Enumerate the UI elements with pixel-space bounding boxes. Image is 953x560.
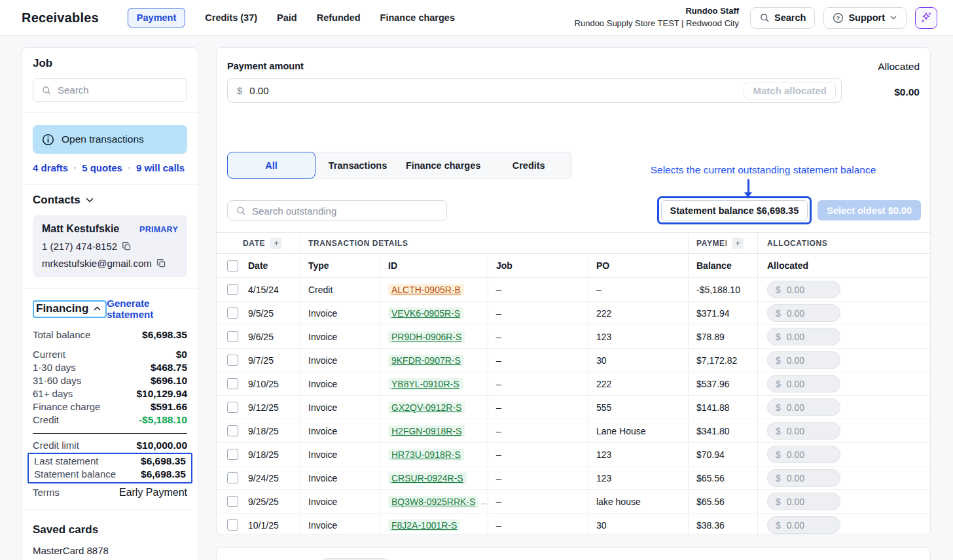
row-checkbox[interactable] <box>227 402 238 413</box>
cell-type: Invoice <box>300 514 380 535</box>
allocation-input[interactable]: $ 0.00 <box>767 351 840 369</box>
row-checkbox[interactable] <box>227 425 238 436</box>
row-checkbox[interactable] <box>227 378 238 389</box>
contacts-heading[interactable]: Contacts <box>33 194 187 207</box>
credit-to-add-input[interactable]: $ 0.00 <box>319 558 391 560</box>
match-allocated-button[interactable]: Match allocated <box>744 82 836 99</box>
cell-balance: $65.56 <box>689 490 758 513</box>
nav-tab-payment[interactable]: Payment <box>128 8 185 27</box>
allocation-input[interactable]: $ 0.00 <box>767 422 840 440</box>
payment-amount-value: 0.00 <box>249 85 268 96</box>
statement-balance-button[interactable]: Statement balance $6,698.35 <box>661 200 808 220</box>
allocation-input[interactable]: $ 0.00 <box>767 446 840 463</box>
nav-tabs: Payment Credits (37) Paid Refunded Finan… <box>128 8 575 27</box>
transaction-id-link[interactable]: HR73U-0918R-S <box>388 449 464 461</box>
copy-icon[interactable] <box>122 241 132 251</box>
nav-tab-refunded[interactable]: Refunded <box>317 12 361 23</box>
top-nav: Receivables Payment Credits (37) Paid Re… <box>0 0 953 36</box>
filter-tab-credits[interactable]: Credits <box>486 152 571 178</box>
financing-heading[interactable]: Financing <box>36 302 88 315</box>
col-header-date: Date <box>247 254 300 277</box>
transaction-id-link[interactable]: PR9DH-0906R-S <box>388 331 465 343</box>
outstanding-search-input[interactable] <box>252 205 439 217</box>
transaction-id-link[interactable]: BQ3W8-0925RRK-S <box>388 496 478 508</box>
allocation-input[interactable]: $ 0.00 <box>767 328 840 345</box>
cell-date: 9/7/25 <box>247 349 300 372</box>
cell-balance: $371.94 <box>689 302 758 324</box>
transaction-id-link[interactable]: ALCTH-0905R-B <box>388 284 464 296</box>
table-group-header: DATE + TRANSACTION DETAILS PAYMENT + ALL… <box>217 233 930 254</box>
allocation-input[interactable]: $ 0.00 <box>767 469 840 487</box>
ai-assistant-button[interactable] <box>915 7 937 29</box>
currency-symbol: $ <box>776 426 781 436</box>
allocation-input[interactable]: $ 0.00 <box>767 493 840 510</box>
allocation-input[interactable]: $ 0.00 <box>767 281 840 298</box>
row-checkbox[interactable] <box>227 355 238 366</box>
nav-tab-finance-charges[interactable]: Finance charges <box>380 12 455 23</box>
row-checkbox[interactable] <box>227 519 238 531</box>
payment-amount-label: Payment amount <box>227 61 842 71</box>
quotes-link[interactable]: 5 quotes <box>82 162 122 173</box>
main-panel: Payment amount $ 0.00 Match allocated Al… <box>216 47 931 560</box>
col-header-po: PO <box>588 254 689 277</box>
annotation-financing-highlight: Financing <box>33 300 107 318</box>
table-row: 9/24/25 Invoice CRSUR-0924R-S – 123 $65.… <box>217 466 930 490</box>
row-checkbox[interactable] <box>227 331 238 342</box>
saved-card-item[interactable]: MasterCard 8878 <box>33 545 187 556</box>
annotation-statement-rows-box: Last statement$6,698.35 Statement balanc… <box>27 453 192 483</box>
add-date-column-button[interactable]: + <box>270 237 282 249</box>
transaction-id-link[interactable]: F8J2A-1001R-S <box>388 519 460 531</box>
primary-badge: PRIMARY <box>139 225 178 234</box>
transaction-id-link[interactable]: YB8YL-0910R-S <box>388 378 463 390</box>
select-all-checkbox[interactable] <box>227 260 238 271</box>
row-checkbox[interactable] <box>227 449 238 460</box>
job-search-input[interactable] <box>58 84 179 96</box>
payment-amount-section: Payment amount $ 0.00 Match allocated Al… <box>217 48 930 103</box>
search-button[interactable]: Search <box>750 7 815 29</box>
generate-statement-link[interactable]: Generate statement <box>107 298 187 320</box>
row-checkbox[interactable] <box>227 284 238 295</box>
drafts-link[interactable]: 4 drafts <box>33 162 68 173</box>
add-payment-column-button[interactable]: + <box>732 237 744 249</box>
cell-type: Invoice <box>300 443 380 466</box>
allocation-input[interactable]: $ 0.00 <box>767 375 840 393</box>
row-checkbox[interactable] <box>227 307 238 319</box>
fin-value: $591.66 <box>151 400 187 413</box>
transaction-id-link[interactable]: VEVK6-0905R-S <box>388 307 463 319</box>
filter-tab-finance-charges[interactable]: Finance charges <box>401 152 486 178</box>
open-transactions-label: Open transactions <box>62 133 144 145</box>
fin-label: Credit <box>33 413 59 427</box>
cell-date: 4/15/24 <box>247 278 300 301</box>
nav-tab-paid[interactable]: Paid <box>277 12 297 23</box>
transaction-id-link[interactable]: GX2QV-0912R-S <box>388 402 465 413</box>
allocation-value: 0.00 <box>787 426 804 436</box>
copy-icon[interactable] <box>156 258 166 268</box>
filter-tab-all[interactable]: All <box>227 152 315 179</box>
filter-tab-transactions[interactable]: Transactions <box>315 152 401 178</box>
fin-label: Finance charge <box>33 400 100 413</box>
cell-job: – <box>488 490 588 513</box>
info-icon <box>42 133 54 146</box>
allocation-input[interactable]: $ 0.00 <box>767 398 840 416</box>
svg-text:?: ? <box>836 14 840 21</box>
will-calls-link[interactable]: 9 will calls <box>136 162 185 173</box>
transaction-id-link[interactable]: H2FGN-0918R-S <box>388 425 465 437</box>
cell-type: Credit <box>300 278 380 301</box>
cell-po: 123 <box>588 325 689 348</box>
support-button[interactable]: ? Support <box>823 7 907 29</box>
row-checkbox[interactable] <box>227 472 238 483</box>
annotation-arrow-icon <box>744 179 752 198</box>
fin-label: Credit limit <box>33 439 79 452</box>
allocation-value: 0.00 <box>787 308 804 319</box>
transaction-id-link[interactable]: CRSUR-0924R-S <box>388 472 467 484</box>
currency-symbol: $ <box>776 449 781 460</box>
allocation-input[interactable]: $ 0.00 <box>767 516 840 534</box>
financing-section: Financing Generate statement Total balan… <box>22 288 198 510</box>
allocation-input[interactable]: $ 0.00 <box>767 304 840 322</box>
payment-amount-input[interactable]: $ 0.00 Match allocated <box>227 78 842 103</box>
select-oldest-button[interactable]: Select oldest $0.00 <box>818 200 921 220</box>
outstanding-toolbar: Statement balance $6,698.35 Select oldes… <box>227 196 921 224</box>
row-checkbox[interactable] <box>227 496 238 507</box>
nav-tab-credits[interactable]: Credits (37) <box>205 12 257 23</box>
transaction-id-link[interactable]: 9KFDR-0907R-S <box>388 355 464 366</box>
